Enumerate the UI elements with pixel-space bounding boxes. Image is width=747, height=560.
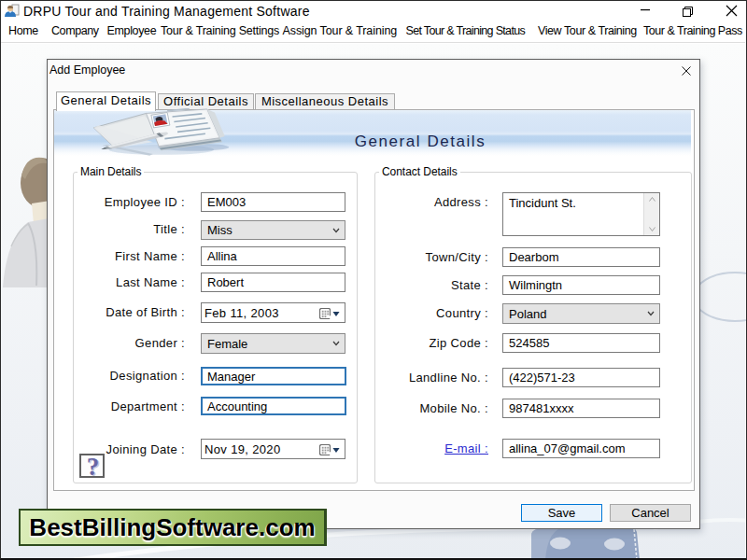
svg-text:?: ?: [87, 455, 100, 477]
